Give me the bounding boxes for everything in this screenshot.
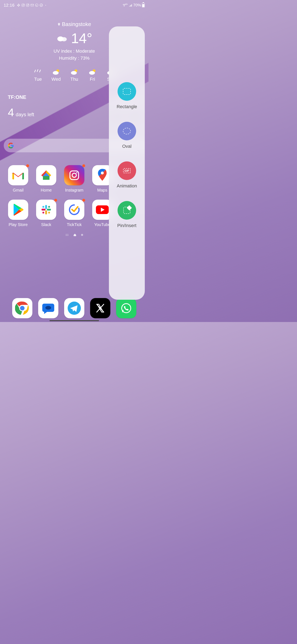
forecast-label: Tue — [34, 76, 42, 82]
app-label: Maps — [97, 188, 107, 192]
svg-point-27 — [72, 173, 76, 177]
page-dot-menu-icon — [65, 233, 69, 236]
location-pin-icon — [57, 22, 61, 27]
notification-badge — [26, 164, 29, 167]
telegram-icon — [67, 301, 82, 316]
panel-label: Pin/Insert — [117, 223, 137, 228]
smart-select-panel[interactable]: Rectangle Oval GIF Animation Pin/Insert — [109, 26, 145, 300]
status-time: 12:16 — [4, 3, 15, 8]
cloud-icon — [56, 34, 67, 42]
svg-point-9 — [124, 6, 124, 6]
panel-pin[interactable]: Pin/Insert — [117, 201, 137, 228]
slack-icon — [17, 3, 20, 7]
forecast-day-wed[interactable]: Wed — [50, 69, 62, 82]
svg-line-14 — [40, 70, 40, 72]
forecast-day-thu[interactable]: Thu — [68, 69, 80, 82]
svg-point-1 — [22, 4, 24, 6]
panel-label: Animation — [117, 183, 137, 189]
pin-icon — [123, 207, 130, 214]
notification-badge — [54, 199, 57, 202]
play-store-icon — [12, 204, 24, 216]
app-ticktick[interactable]: TickTick — [61, 200, 87, 227]
weather-temperature: 14° — [71, 31, 92, 45]
gmail-icon — [12, 170, 24, 180]
battery-percent: 70% — [133, 3, 141, 8]
countdown-value-row: 4 days left — [8, 107, 34, 118]
app-label: Instagram — [65, 188, 83, 192]
battery-indicator: 70% — [133, 3, 145, 8]
svg-point-37 — [48, 212, 50, 214]
cellular-icon — [129, 3, 132, 7]
page-dot-icon — [81, 234, 83, 236]
messages-icon — [42, 302, 55, 314]
svg-point-7 — [35, 4, 38, 6]
dock-chrome[interactable] — [12, 298, 32, 318]
svg-rect-6 — [31, 4, 34, 6]
svg-point-4 — [27, 4, 28, 6]
instagram-icon — [26, 3, 29, 7]
gesture-bar[interactable] — [49, 320, 99, 321]
oval-shape-icon — [123, 128, 131, 134]
svg-point-38 — [42, 212, 44, 214]
app-label: TickTick — [67, 222, 82, 227]
panel-label: Oval — [122, 144, 131, 149]
dock-whatsapp[interactable] — [116, 298, 136, 318]
status-bar-left: 12:16 • — [4, 3, 48, 8]
google-logo-icon — [8, 142, 14, 148]
forecast-label: Wed — [51, 76, 61, 82]
forecast-day-fri[interactable]: Fri — [86, 69, 98, 82]
svg-rect-43 — [67, 235, 68, 236]
forecast-day-tue[interactable]: Tue — [32, 69, 44, 82]
whatsapp-icon — [120, 302, 132, 314]
svg-point-11 — [61, 37, 67, 41]
forecast-label: Thu — [70, 76, 78, 82]
dock-messages[interactable] — [38, 298, 58, 318]
svg-point-47 — [45, 306, 51, 310]
app-slack[interactable]: Slack — [33, 200, 59, 227]
notification-badge — [82, 199, 85, 202]
svg-rect-32 — [47, 209, 51, 210]
svg-rect-34 — [41, 209, 45, 210]
svg-point-29 — [101, 172, 104, 174]
status-bar-right: 6+ 70% — [122, 3, 145, 8]
partly-cloudy-icon — [52, 69, 60, 75]
panel-animation[interactable]: GIF Animation — [117, 162, 137, 189]
dock — [0, 298, 148, 318]
instagram-icon — [68, 169, 80, 181]
slack-icon — [40, 204, 52, 216]
chrome-icon — [15, 301, 29, 316]
svg-point-8 — [40, 4, 43, 6]
partly-cloudy-icon — [88, 69, 96, 75]
svg-rect-26 — [70, 171, 79, 180]
svg-line-12 — [35, 70, 35, 72]
app-label: Gmail — [13, 188, 23, 192]
ticktick-icon — [39, 3, 43, 7]
forecast-label: Fri — [90, 76, 95, 82]
svg-rect-25 — [43, 176, 49, 180]
svg-point-20 — [89, 71, 95, 75]
countdown-number: 4 — [8, 107, 14, 118]
countdown-widget[interactable]: TF:ONE 4 days left — [8, 94, 34, 122]
x-icon — [95, 302, 106, 314]
svg-point-18 — [71, 71, 77, 75]
status-bar: 12:16 • 6+ 70% — [0, 0, 148, 9]
weather-location: Basingstoke — [62, 21, 91, 28]
partly-cloudy-icon — [70, 69, 78, 75]
notification-badge — [82, 164, 85, 167]
more-dot-icon: • — [44, 3, 48, 7]
app-label: Slack — [41, 222, 51, 227]
svg-point-28 — [76, 172, 77, 174]
app-google-home[interactable]: Home — [33, 165, 59, 192]
ticktick-icon — [68, 203, 81, 216]
panel-rectangle[interactable]: Rectangle — [117, 82, 137, 110]
app-instagram[interactable]: Instagram — [61, 165, 87, 192]
gmail-icon — [30, 3, 34, 7]
app-gmail[interactable]: Gmail — [5, 165, 31, 192]
dock-x[interactable] — [90, 298, 110, 318]
panel-oval[interactable]: Oval — [118, 122, 136, 149]
gif-icon: GIF — [123, 168, 130, 173]
dock-telegram[interactable] — [64, 298, 84, 318]
app-play-store[interactable]: Play Store — [5, 200, 31, 227]
panel-label: Rectangle — [117, 104, 137, 110]
whatsapp-icon — [35, 3, 38, 7]
